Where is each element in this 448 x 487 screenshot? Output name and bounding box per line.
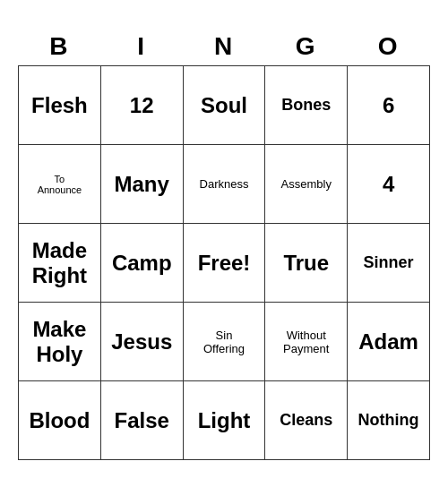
bingo-cell-1-1: Many: [100, 145, 183, 224]
bingo-cell-0-2: Soul: [183, 66, 265, 145]
bingo-cell-0-3: Bones: [265, 66, 348, 145]
bingo-header-G: G: [265, 27, 348, 66]
bingo-cell-3-2: SinOffering: [183, 303, 265, 381]
bingo-header-O: O: [348, 27, 430, 66]
bingo-cell-0-0: Flesh: [19, 66, 101, 145]
bingo-header-B: B: [19, 27, 101, 66]
bingo-cell-2-2: Free!: [183, 224, 265, 303]
bingo-cell-2-3: True: [265, 224, 348, 303]
bingo-table: BINGO Flesh12SoulBones6ToAnnounceManyDar…: [18, 27, 430, 461]
bingo-row-3: MakeHolyJesusSinOfferingWithoutPaymentAd…: [19, 303, 430, 381]
bingo-cell-1-2: Darkness: [183, 145, 265, 224]
bingo-cell-4-2: Light: [183, 381, 265, 460]
bingo-row-4: BloodFalseLightCleansNothing: [19, 381, 430, 460]
bingo-row-1: ToAnnounceManyDarknessAssembly4: [19, 145, 430, 224]
bingo-cell-0-4: 6: [348, 66, 430, 145]
bingo-cell-2-0: MadeRight: [19, 224, 101, 303]
bingo-header-I: I: [100, 27, 183, 66]
bingo-cell-4-1: False: [100, 381, 183, 460]
bingo-cell-4-4: Nothing: [348, 381, 430, 460]
bingo-cell-3-0: MakeHoly: [19, 303, 101, 381]
bingo-cell-1-4: 4: [348, 145, 430, 224]
bingo-row-0: Flesh12SoulBones6: [19, 66, 430, 145]
bingo-cell-2-4: Sinner: [348, 224, 430, 303]
bingo-cell-1-3: Assembly: [265, 145, 348, 224]
bingo-cell-3-4: Adam: [348, 303, 430, 381]
bingo-cell-3-3: WithoutPayment: [265, 303, 348, 381]
bingo-header-N: N: [183, 27, 265, 66]
bingo-cell-1-0: ToAnnounce: [19, 145, 101, 224]
bingo-cell-2-1: Camp: [100, 224, 183, 303]
bingo-cell-4-0: Blood: [19, 381, 101, 460]
bingo-cell-0-1: 12: [100, 66, 183, 145]
bingo-cell-4-3: Cleans: [265, 381, 348, 460]
bingo-cell-3-1: Jesus: [100, 303, 183, 381]
bingo-row-2: MadeRightCampFree!TrueSinner: [19, 224, 430, 303]
